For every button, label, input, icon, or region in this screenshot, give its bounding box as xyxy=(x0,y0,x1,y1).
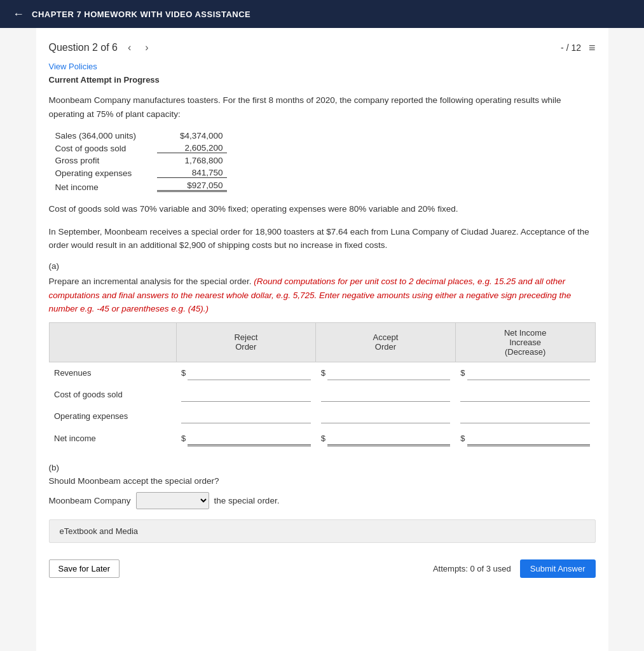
reject-revenues-input[interactable] xyxy=(188,366,310,380)
inline-suffix: the special order. xyxy=(214,496,280,505)
table-row-cogs: Cost of goods sold xyxy=(49,384,595,406)
fin-value-gross: 1,768,800 xyxy=(157,156,227,165)
net-opex-input[interactable] xyxy=(460,409,590,423)
etextbook-bar[interactable]: eTextbook and Media xyxy=(49,519,596,543)
net-revenues-cell: $ xyxy=(455,362,595,384)
reject-net-input[interactable] xyxy=(188,431,310,446)
fin-row-sales: Sales (364,000 units) $4,374,000 xyxy=(55,131,596,140)
part-b-inline: Moonbeam Company should accept should re… xyxy=(49,492,596,509)
footer-bar: Save for Later Attempts: 0 of 3 used Sub… xyxy=(49,553,596,584)
accept-opex-input[interactable] xyxy=(321,409,451,423)
net-net-dollar: $ xyxy=(460,434,465,443)
table-row-opex: Operating expenses xyxy=(49,406,595,427)
table-row-net-income: Net income $ $ $ xyxy=(49,427,595,450)
fin-value-cogs: 2,605,200 xyxy=(157,143,227,153)
reject-cogs-cell xyxy=(176,384,316,406)
fin-label-cogs: Cost of goods sold xyxy=(55,144,157,153)
next-question-button[interactable]: › xyxy=(141,41,152,55)
reject-revenues-dollar: $ xyxy=(181,368,186,378)
fin-label-netincome: Net income xyxy=(55,182,157,192)
net-revenues-dollar: $ xyxy=(460,368,465,378)
accept-revenues-cell: $ xyxy=(316,362,456,384)
table-row-revenues: Revenues $ $ $ xyxy=(49,362,595,384)
row-label-cogs: Cost of goods sold xyxy=(49,384,176,406)
accept-net-input[interactable] xyxy=(327,431,450,446)
question-nav-right: - / 12 ≡ xyxy=(561,41,595,55)
fin-label-sales: Sales (364,000 units) xyxy=(55,131,157,140)
header: ← CHAPTER 7 HOMEWORK WITH VIDEO ASSISTAN… xyxy=(0,0,644,28)
score-display: - / 12 xyxy=(561,43,581,53)
fin-row-gross: Gross profit 1,768,800 xyxy=(55,156,596,165)
reject-revenues-cell: $ xyxy=(176,362,316,384)
save-later-button[interactable]: Save for Later xyxy=(49,559,120,578)
net-net-input[interactable] xyxy=(467,431,590,446)
fin-value-sales: $4,374,000 xyxy=(157,131,227,140)
part-b-label: (b) xyxy=(49,463,596,472)
accept-revenues-input[interactable] xyxy=(327,366,450,380)
reject-net-cell: $ xyxy=(176,427,316,450)
fin-value-netincome: $927,050 xyxy=(157,181,227,192)
special-order-dropdown[interactable]: should accept should reject xyxy=(136,492,209,509)
row-label-opex: Operating expenses xyxy=(49,406,176,427)
accept-net-cell: $ xyxy=(316,427,456,450)
header-title: CHAPTER 7 HOMEWORK WITH VIDEO ASSISTANCE xyxy=(32,10,250,19)
col-header-empty xyxy=(49,322,176,362)
question-label: Question 2 of 6 xyxy=(49,42,118,53)
part-a-instruction: Prepare an incremental analysis for the … xyxy=(49,275,596,316)
part-a-label: (a) xyxy=(49,261,596,271)
footer-right: Attempts: 0 of 3 used Submit Answer xyxy=(433,559,596,578)
attempts-text: Attempts: 0 of 3 used xyxy=(433,564,511,573)
fin-row-opex: Operating expenses 841,750 xyxy=(55,168,596,178)
row-label-net-income: Net income xyxy=(49,427,176,450)
col-header-net: Net IncomeIncrease(Decrease) xyxy=(455,322,595,362)
problem-note2: In September, Moonbeam receives a specia… xyxy=(49,225,596,252)
question-nav: Question 2 of 6 ‹ › - / 12 ≡ xyxy=(49,41,596,55)
reject-net-dollar: $ xyxy=(181,434,186,443)
list-icon[interactable]: ≡ xyxy=(589,41,596,55)
fin-row-netincome: Net income $927,050 xyxy=(55,181,596,192)
col-header-reject: RejectOrder xyxy=(176,322,316,362)
net-net-cell: $ xyxy=(455,427,595,450)
accept-cogs-input[interactable] xyxy=(321,388,451,402)
reject-opex-input[interactable] xyxy=(181,409,311,423)
back-button[interactable]: ← xyxy=(13,8,24,21)
accept-net-dollar: $ xyxy=(321,434,325,443)
view-policies-link[interactable]: View Policies xyxy=(49,62,97,71)
problem-note1: Cost of goods sold was 70% variable and … xyxy=(49,202,596,216)
accept-cogs-cell xyxy=(316,384,456,406)
net-revenues-input[interactable] xyxy=(467,366,590,380)
net-cogs-input[interactable] xyxy=(460,388,590,402)
fin-label-gross: Gross profit xyxy=(55,156,157,165)
prev-question-button[interactable]: ‹ xyxy=(124,41,135,55)
incremental-analysis-table: RejectOrder AcceptOrder Net IncomeIncrea… xyxy=(49,322,596,450)
part-a-instruction-text: Prepare an incremental analysis for the … xyxy=(49,277,252,286)
col-header-accept: AcceptOrder xyxy=(316,322,456,362)
fin-row-cogs: Cost of goods sold 2,605,200 xyxy=(55,143,596,153)
fin-label-opex: Operating expenses xyxy=(55,168,157,178)
moonbeam-company-label: Moonbeam Company xyxy=(49,496,131,505)
net-opex-cell xyxy=(455,406,595,427)
submit-answer-button[interactable]: Submit Answer xyxy=(520,559,596,578)
accept-opex-cell xyxy=(316,406,456,427)
problem-intro: Moonbeam Company manufactures toasters. … xyxy=(49,93,596,121)
fin-value-opex: 841,750 xyxy=(157,168,227,178)
current-attempt-label: Current Attempt in Progress xyxy=(49,75,596,85)
reject-opex-cell xyxy=(176,406,316,427)
question-nav-left: Question 2 of 6 ‹ › xyxy=(49,41,153,55)
main-content: Question 2 of 6 ‹ › - / 12 ≡ View Polici… xyxy=(36,28,608,651)
financial-table: Sales (364,000 units) $4,374,000 Cost of… xyxy=(55,131,596,192)
accept-revenues-dollar: $ xyxy=(321,368,325,378)
part-b-question: Should Moonbeam accept the special order… xyxy=(49,476,596,486)
row-label-revenues: Revenues xyxy=(49,362,176,384)
net-cogs-cell xyxy=(455,384,595,406)
reject-cogs-input[interactable] xyxy=(181,388,311,402)
